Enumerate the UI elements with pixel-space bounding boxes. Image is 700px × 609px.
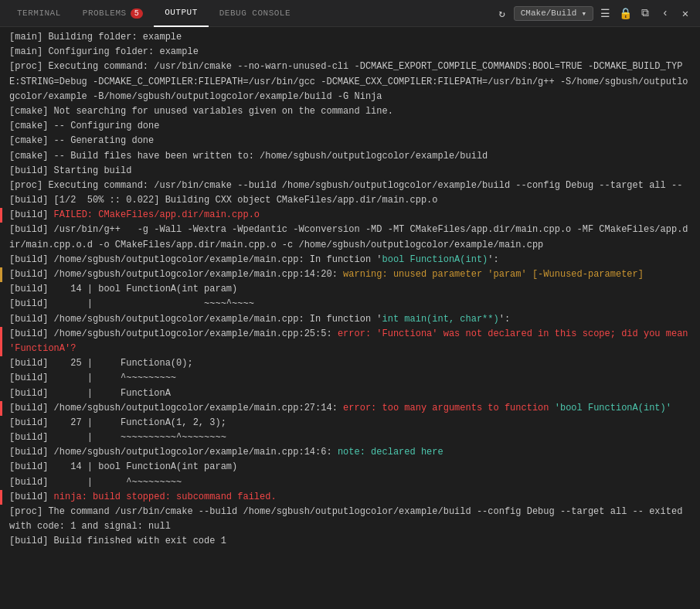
output-line: [build] [1/2 50% :: 0.022] Building CXX …	[0, 193, 700, 208]
output-line: [build] /usr/bin/g++ -g -Wall -Wextra -W…	[0, 223, 700, 252]
output-area[interactable]: [main] Building folder: example[main] Co…	[0, 27, 700, 609]
output-line: [build] /home/sgbush/outputlogcolor/exam…	[0, 445, 700, 460]
output-line: [cmake] -- Configuring done	[0, 119, 700, 134]
output-line: [build] | ^~~~~~~~~~	[0, 475, 700, 490]
tab-controls: ↻ CMake/Build ▾ ☰ 🔒 ⧉ ‹ ✕	[494, 5, 694, 22]
output-line: [build] 14 | bool FunctionA(int param)	[0, 282, 700, 297]
output-line: [build] | FunctionA	[0, 386, 700, 401]
output-line: [build] /home/sgbush/outputlogcolor/exam…	[0, 401, 700, 416]
output-line: [build] /home/sgbush/outputlogcolor/exam…	[0, 253, 700, 267]
output-line: [main] Configuring folder: example	[0, 45, 700, 60]
output-line: [build] 25 | Functiona(0);	[0, 356, 700, 371]
tab-bar: TERMINAL PROBLEMS 5 OUTPUT DEBUG CONSOLE…	[0, 0, 700, 27]
lock-icon[interactable]: 🔒	[617, 5, 634, 22]
output-line: [build] /home/sgbush/outputlogcolor/exam…	[0, 267, 700, 282]
tab-problems[interactable]: PROBLEMS 5	[72, 0, 154, 27]
output-line: [cmake] -- Build files have been written…	[0, 149, 700, 164]
copy-icon[interactable]: ⧉	[637, 5, 654, 22]
output-line: [build] /home/sgbush/outputlogcolor/exam…	[0, 312, 700, 327]
tab-problems-label: PROBLEMS	[83, 9, 127, 18]
output-line: [proc] The command /usr/bin/cmake --buil…	[0, 505, 700, 534]
tab-output[interactable]: OUTPUT	[154, 0, 209, 27]
output-line: [build] Build finished with exit code 1	[0, 534, 700, 549]
tab-terminal-label: TERMINAL	[17, 9, 61, 18]
output-line: [build] | ~~~~~~~~~~^~~~~~~~~	[0, 430, 700, 445]
output-line: [build] 14 | bool FunctionA(int param)	[0, 460, 700, 475]
close-icon[interactable]: ✕	[677, 5, 694, 22]
output-line: [build] | ^~~~~~~~~~	[0, 371, 700, 386]
refresh-icon[interactable]: ↻	[494, 5, 511, 22]
output-line: [build] | ~~~~^~~~~	[0, 297, 700, 311]
tab-debug-console[interactable]: DEBUG CONSOLE	[209, 0, 301, 27]
chevron-down-icon: ▾	[581, 9, 586, 19]
tab-output-label: OUTPUT	[165, 8, 198, 17]
tab-debug-console-label: DEBUG CONSOLE	[219, 9, 291, 18]
output-line: [build] /home/sgbush/outputlogcolor/exam…	[0, 327, 700, 356]
output-line: [proc] Executing command: /usr/bin/cmake…	[0, 179, 700, 193]
output-line: [cmake] Not searching for unused variabl…	[0, 104, 700, 119]
chevron-left-icon[interactable]: ‹	[657, 5, 674, 22]
output-source-dropdown[interactable]: CMake/Build ▾	[514, 6, 593, 21]
output-line: [main] Building folder: example	[0, 30, 700, 45]
tab-terminal[interactable]: TERMINAL	[6, 0, 72, 27]
output-line: [proc] Executing command: /usr/bin/cmake…	[0, 60, 700, 104]
output-line: [cmake] -- Generating done	[0, 134, 700, 148]
output-line: [build] FAILED: CMakeFiles/app.dir/main.…	[0, 208, 700, 223]
problems-badge: 5	[131, 9, 144, 19]
output-line: [build] ninja: build stopped: subcommand…	[0, 490, 700, 505]
dropdown-value: CMake/Build	[521, 9, 577, 18]
output-line: [build] 27 | FunctionA(1, 2, 3);	[0, 416, 700, 430]
output-line: [build] Starting build	[0, 164, 700, 179]
list-icon[interactable]: ☰	[596, 5, 613, 22]
